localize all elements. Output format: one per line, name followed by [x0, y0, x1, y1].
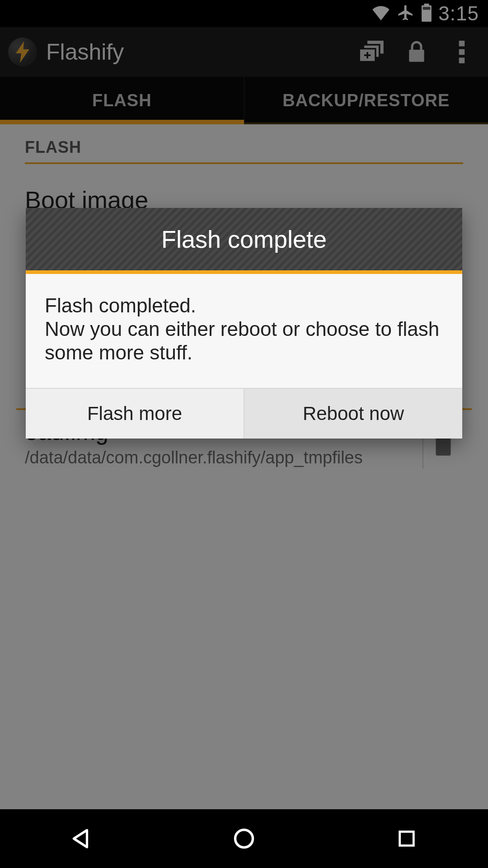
flash-complete-dialog: Flash complete Flash completed. Now you … — [26, 208, 462, 439]
flash-more-button[interactable]: Flash more — [26, 389, 244, 439]
dialog-accent-bar — [26, 270, 462, 274]
dialog-header: Flash complete — [26, 208, 462, 270]
nav-recent-button[interactable] — [361, 816, 452, 861]
flash-more-label: Flash more — [87, 403, 182, 425]
dialog-message: Flash completed. Now you can either rebo… — [45, 294, 443, 364]
nav-back-button[interactable] — [36, 816, 127, 861]
svg-rect-15 — [400, 832, 414, 846]
reboot-now-button[interactable]: Reboot now — [244, 389, 462, 439]
nav-bar — [0, 809, 488, 868]
dialog-body: Flash completed. Now you can either rebo… — [26, 274, 462, 388]
dialog-button-row: Flash more Reboot now — [26, 388, 462, 439]
svg-point-14 — [235, 830, 253, 848]
reboot-now-label: Reboot now — [303, 403, 404, 425]
nav-home-button[interactable] — [199, 816, 289, 861]
dialog-title: Flash complete — [161, 225, 327, 253]
